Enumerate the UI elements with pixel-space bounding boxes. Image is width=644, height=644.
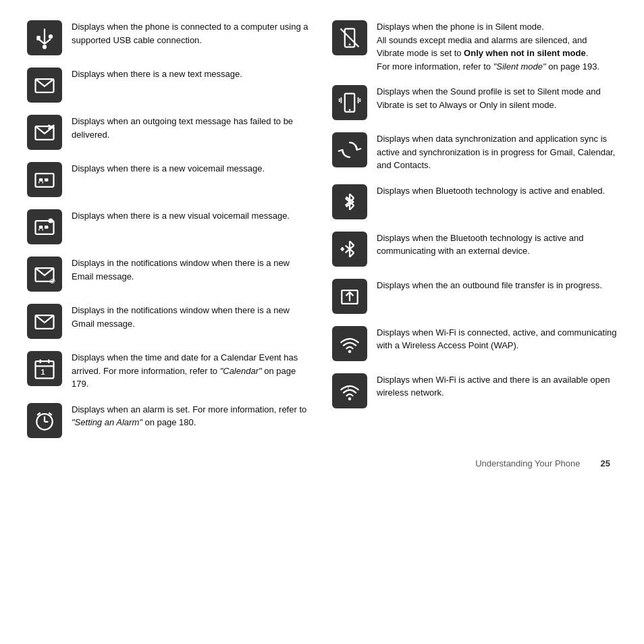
svg-text:@: @ bbox=[49, 277, 55, 284]
entry-gmail-text: Displays in the notifications window whe… bbox=[72, 304, 312, 330]
entry-calendar: 1 Displays when the time and date for a … bbox=[27, 351, 312, 391]
icon-usb bbox=[27, 20, 62, 55]
right-column: Displays when the phone is in Silent mod… bbox=[332, 20, 617, 438]
entry-bluetooth: Displays when Bluetooth technology is ac… bbox=[332, 184, 617, 219]
entry-wifi-open-text: Displays when Wi-Fi is active and there … bbox=[377, 373, 617, 400]
svg-text:1: 1 bbox=[41, 368, 45, 376]
entry-email: @ Displays in the notifications window w… bbox=[27, 257, 312, 292]
entry-wifi-open: ? Displays when Wi-Fi is active and ther… bbox=[332, 373, 617, 408]
svg-point-59 bbox=[348, 350, 352, 353]
entry-silent-text: Displays when the phone is in Silent mod… bbox=[377, 20, 617, 73]
entry-sync: Displays when data synchronization and a… bbox=[332, 132, 617, 172]
page-footer: Understanding Your Phone 25 bbox=[27, 458, 617, 468]
icon-gmail bbox=[27, 304, 62, 339]
entry-alarm-text: Displays when an alarm is set. For more … bbox=[72, 403, 312, 429]
svg-rect-18 bbox=[45, 225, 48, 229]
entry-usb: Displays when the phone is connected to … bbox=[27, 20, 312, 55]
page-content: Displays when the phone is connected to … bbox=[27, 20, 617, 438]
icon-email: @ bbox=[27, 257, 62, 292]
svg-rect-12 bbox=[39, 178, 43, 182]
entry-voicemail: Displays when there is a new voicemail m… bbox=[27, 162, 312, 197]
svg-rect-13 bbox=[45, 178, 48, 182]
entry-new-text-text: Displays when there is a new text messag… bbox=[72, 68, 312, 81]
svg-point-5 bbox=[49, 34, 53, 38]
footer-page: 25 bbox=[601, 458, 610, 468]
svg-rect-17 bbox=[39, 225, 43, 229]
entry-calendar-text: Displays when the time and date for a Ca… bbox=[72, 351, 312, 391]
left-column: Displays when the phone is connected to … bbox=[27, 20, 312, 438]
svg-point-3 bbox=[43, 45, 47, 49]
icon-silent bbox=[332, 20, 367, 55]
icon-failed-text bbox=[27, 115, 62, 150]
svg-point-60 bbox=[348, 397, 352, 400]
entry-silent: Displays when the phone is in Silent mod… bbox=[332, 20, 617, 73]
entry-bluetooth-active: Displays when the Bluetooth technology i… bbox=[332, 232, 617, 267]
icon-wifi-connected bbox=[332, 326, 367, 361]
entry-bluetooth-text: Displays when Bluetooth technology is ac… bbox=[377, 184, 617, 198]
entry-failed-text: Displays when an outgoing text message h… bbox=[27, 115, 312, 150]
entry-alarm: Displays when an alarm is set. For more … bbox=[27, 403, 312, 438]
icon-bluetooth-active bbox=[332, 232, 367, 267]
footer-label: Understanding Your Phone bbox=[475, 458, 580, 468]
entry-usb-text: Displays when the phone is connected to … bbox=[72, 20, 312, 47]
svg-point-36 bbox=[349, 44, 351, 46]
entry-vibrate-silent: Displays when the Sound profile is set t… bbox=[332, 85, 617, 120]
entry-vibrate-silent-text: Displays when the Sound profile is set t… bbox=[377, 85, 617, 111]
icon-sync bbox=[332, 132, 367, 167]
entry-file-transfer: Displays when the an outbound file trans… bbox=[332, 279, 617, 314]
icon-file-transfer bbox=[332, 279, 367, 314]
entry-new-text: Displays when there is a new text messag… bbox=[27, 68, 312, 103]
icon-new-text bbox=[27, 68, 62, 103]
entry-voicemail-text: Displays when there is a new voicemail m… bbox=[72, 162, 312, 176]
svg-text:?: ? bbox=[347, 384, 350, 390]
icon-voicemail bbox=[27, 162, 62, 197]
svg-point-21 bbox=[48, 218, 53, 223]
svg-point-43 bbox=[349, 109, 351, 111]
entry-email-text: Displays in the notifications window whe… bbox=[72, 257, 312, 283]
entry-file-transfer-text: Displays when the an outbound file trans… bbox=[377, 279, 617, 292]
entry-wifi-connected-text: Displays when Wi-Fi is connected, active… bbox=[377, 326, 617, 352]
icon-alarm bbox=[27, 403, 62, 438]
icon-visual-voicemail bbox=[27, 209, 62, 244]
entry-visual-voicemail-text: Displays when there is a new visual voic… bbox=[72, 209, 312, 223]
entry-sync-text: Displays when data synchronization and a… bbox=[377, 132, 617, 172]
icon-bluetooth bbox=[332, 184, 367, 219]
entry-failed-text-text: Displays when an outgoing text message h… bbox=[72, 115, 312, 141]
svg-rect-38 bbox=[345, 94, 354, 112]
entry-visual-voicemail: Displays when there is a new visual voic… bbox=[27, 209, 312, 244]
icon-calendar: 1 bbox=[27, 351, 62, 386]
icon-wifi-open: ? bbox=[332, 373, 367, 408]
entry-wifi-connected: Displays when Wi-Fi is connected, active… bbox=[332, 326, 617, 361]
svg-line-2 bbox=[45, 39, 51, 44]
entry-gmail: Displays in the notifications window whe… bbox=[27, 304, 312, 339]
icon-vibrate-silent bbox=[332, 85, 367, 120]
entry-bluetooth-active-text: Displays when the Bluetooth technology i… bbox=[377, 232, 617, 258]
